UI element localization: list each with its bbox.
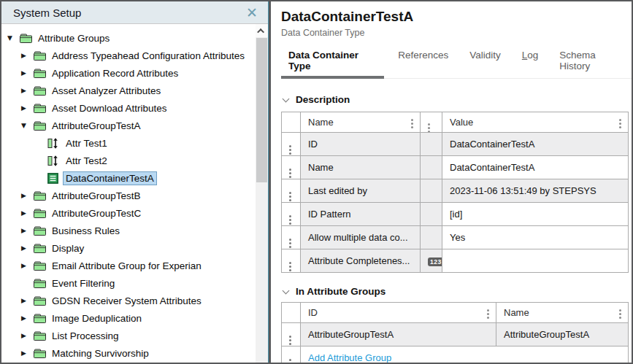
- tab-log[interactable]: Log: [515, 47, 546, 78]
- row-drag-handle[interactable]: [282, 226, 301, 249]
- attr-name-cell[interactable]: ID: [301, 133, 421, 156]
- tree-item[interactable]: Attr Test1: [1, 134, 256, 152]
- expand-arrow-icon[interactable]: ▶: [20, 297, 34, 304]
- attr-value-cell[interactable]: [442, 249, 629, 273]
- tree-item-label[interactable]: Event Filtering: [49, 276, 118, 290]
- tree-item[interactable]: ▶Address Typeahead Configuration Attribu…: [1, 47, 256, 64]
- tree-item[interactable]: ▶Asset Download Attributes: [1, 99, 256, 117]
- tree-item[interactable]: ▼AttributeGroupTestA: [1, 117, 256, 134]
- tree-item[interactable]: ▶Display: [1, 239, 256, 257]
- in-attribute-groups-section-header[interactable]: In Attribute Groups: [281, 286, 632, 297]
- tree-item-label[interactable]: AttributeGroupTestB: [49, 189, 144, 203]
- collapse-arrow-icon[interactable]: ▼: [6, 34, 20, 42]
- expand-arrow-icon[interactable]: ▶: [20, 104, 34, 112]
- expand-arrow-icon[interactable]: ▶: [20, 227, 34, 234]
- folder-icon: [34, 261, 49, 271]
- tree-item[interactable]: ▼Attribute Groups: [1, 29, 256, 47]
- attr-value-cell[interactable]: Yes: [442, 226, 629, 249]
- expand-arrow-icon[interactable]: ▶: [20, 209, 34, 217]
- group-name-cell[interactable]: AttributeGroupTestA: [496, 323, 629, 346]
- row-drag-handle[interactable]: [282, 156, 301, 179]
- expand-arrow-icon[interactable]: ▶: [20, 192, 34, 199]
- row-drag-handle[interactable]: [282, 133, 301, 156]
- column-menu-icon[interactable]: [487, 309, 489, 311]
- attr-name-cell[interactable]: Last edited by: [301, 179, 421, 203]
- tree-scrollbar[interactable]: [256, 24, 268, 363]
- tree-item-label[interactable]: Asset Download Attributes: [49, 101, 170, 115]
- tab-references[interactable]: References: [391, 47, 456, 78]
- expand-arrow-icon[interactable]: ▶: [20, 244, 34, 252]
- tree-item[interactable]: ▶Business Rules: [1, 222, 256, 239]
- tree-item-label[interactable]: GDSN Receiver System Attributes: [49, 294, 204, 308]
- expand-arrow-icon[interactable]: ▶: [20, 314, 34, 322]
- attr-value-cell[interactable]: 2023-11-06 13:51:49 by STEPSYS: [442, 179, 629, 203]
- column-menu-icon[interactable]: [411, 119, 413, 121]
- tree-item-label[interactable]: Address Typeahead Configuration Attribut…: [49, 49, 248, 63]
- attr-value-cell[interactable]: [id]: [442, 203, 629, 226]
- tree-item-label[interactable]: Image Deduplication: [49, 311, 145, 325]
- tree-item[interactable]: ▶List Processing: [1, 327, 256, 344]
- collapse-arrow-icon[interactable]: ▼: [20, 122, 34, 129]
- tree-item-label[interactable]: Attr Test2: [63, 154, 110, 168]
- folder-icon: [34, 314, 49, 323]
- tree-item[interactable]: ▶AttributeGroupTestC: [1, 204, 256, 222]
- tree-item[interactable]: ▶AttributeGroupTestB: [1, 187, 256, 204]
- close-icon[interactable]: ✕: [245, 6, 259, 20]
- tree-item-label[interactable]: Application Record Attributes: [49, 66, 181, 80]
- column-header-name[interactable]: Name: [301, 112, 421, 133]
- row-drag-handle[interactable]: [282, 179, 301, 203]
- tree-item[interactable]: ▶Email Attribute Group for Experian: [1, 257, 256, 274]
- tab-data-container-type[interactable]: Data Container Type: [281, 47, 384, 78]
- expand-arrow-icon[interactable]: ▶: [20, 69, 34, 77]
- expand-arrow-icon[interactable]: ▶: [20, 349, 34, 357]
- tree-item-label[interactable]: List Processing: [49, 329, 122, 343]
- column-header-name[interactable]: Name: [496, 303, 629, 323]
- tree-item-label[interactable]: AttributeGroupTestA: [49, 119, 144, 133]
- tree-item[interactable]: ▶Matching Survivorship: [1, 344, 256, 362]
- scroll-up-button[interactable]: [256, 24, 268, 37]
- tree-item-label[interactable]: Matching Survivorship: [49, 346, 152, 360]
- column-menu-icon[interactable]: [619, 119, 621, 121]
- row-drag-handle[interactable]: [282, 323, 301, 346]
- tree-item[interactable]: ▶GDSN Receiver System Attributes: [1, 292, 256, 309]
- row-drag-handle[interactable]: [282, 249, 301, 273]
- tree-item[interactable]: Attr Test2: [1, 152, 256, 169]
- scrollbar-thumb[interactable]: [256, 38, 267, 182]
- tab-schema-history[interactable]: Schema History: [552, 47, 632, 78]
- tree-item[interactable]: ▶Asset Analyzer Attributes: [1, 82, 256, 99]
- tree-item[interactable]: ▶Image Deduplication: [1, 309, 256, 327]
- group-id-cell[interactable]: AttributeGroupTestA: [301, 323, 496, 346]
- tree-item[interactable]: DataContainerTestA: [1, 169, 256, 187]
- column-header-value[interactable]: Value: [442, 112, 629, 133]
- tree-item-label[interactable]: Display: [49, 241, 87, 255]
- column-menu-icon[interactable]: [428, 123, 430, 125]
- expand-arrow-icon[interactable]: ▶: [20, 262, 34, 269]
- tree-item-label[interactable]: Email Attribute Group for Experian: [49, 259, 204, 273]
- attr-value-cell[interactable]: DataContainerTestA: [442, 156, 629, 179]
- tree-item-label[interactable]: Attribute Groups: [35, 31, 112, 45]
- expand-arrow-icon[interactable]: ▶: [20, 87, 34, 94]
- add-attribute-group-link[interactable]: Add Attribute Group: [308, 352, 391, 363]
- tree-item-label[interactable]: AttributeGroupTestC: [49, 206, 144, 220]
- tree-item[interactable]: ▶Application Record Attributes: [1, 64, 256, 82]
- expand-arrow-icon[interactable]: ▶: [20, 52, 34, 59]
- tree-item-label[interactable]: Business Rules: [49, 224, 123, 238]
- expand-arrow-icon[interactable]: ▶: [20, 332, 34, 339]
- attr-name-cell[interactable]: Attribute Completenes...: [301, 249, 421, 273]
- description-section-header[interactable]: Description: [281, 94, 632, 105]
- attr-name-cell[interactable]: Name: [301, 156, 421, 179]
- column-header-id[interactable]: ID: [301, 303, 496, 323]
- tree-item-label[interactable]: Attr Test1: [63, 136, 110, 150]
- attr-value-cell[interactable]: DataContainerTestA: [442, 133, 629, 156]
- tree-item[interactable]: Event Filtering: [1, 274, 256, 292]
- tree-item-label[interactable]: Asset Analyzer Attributes: [49, 84, 164, 98]
- attr-name-cell[interactable]: ID Pattern: [301, 203, 421, 226]
- tree-item-label[interactable]: DataContainerTestA: [63, 171, 157, 185]
- attr-name-cell[interactable]: Allow multiple data co...: [301, 226, 421, 249]
- tab-validity[interactable]: Validity: [462, 47, 508, 78]
- column-menu-icon[interactable]: [619, 309, 621, 311]
- row-drag-handle[interactable]: [282, 203, 301, 226]
- row-drag-handle[interactable]: [282, 346, 301, 363]
- folder-icon: [20, 34, 35, 43]
- column-header-type[interactable]: [421, 112, 442, 133]
